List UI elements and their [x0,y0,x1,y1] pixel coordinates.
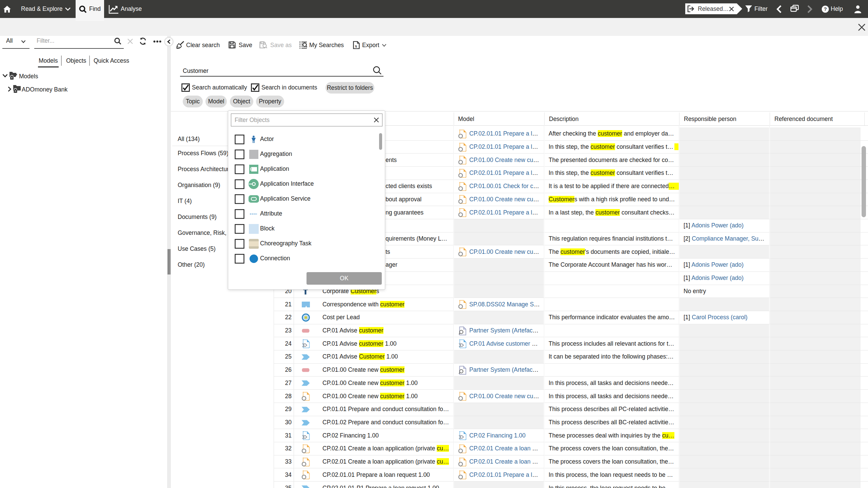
svg-text:x: x [355,43,357,48]
svg-text:?: ? [824,6,827,12]
